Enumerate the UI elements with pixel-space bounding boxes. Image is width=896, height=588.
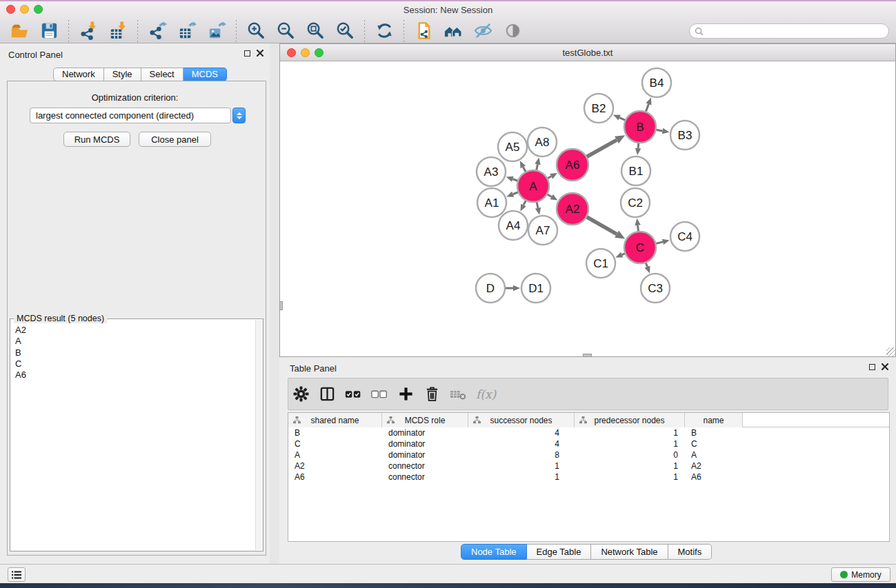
result-item[interactable]: A6	[15, 369, 255, 381]
memory-button[interactable]: Memory	[831, 567, 890, 582]
select-all-checkboxes-icon[interactable]	[345, 386, 361, 403]
search-field[interactable]	[689, 23, 889, 39]
graph-node-A4[interactable]: A4	[499, 211, 528, 240]
zoom-out-icon[interactable]	[275, 20, 297, 42]
result-scrollbar[interactable]	[255, 320, 263, 550]
svg-text:C1: C1	[593, 257, 608, 270]
window-title: Session: New Session	[0, 5, 896, 15]
clone-network-icon[interactable]	[412, 20, 435, 42]
zoom-selected-icon[interactable]	[334, 20, 356, 42]
result-item[interactable]: B	[15, 347, 255, 358]
import-table-icon[interactable]	[107, 20, 129, 42]
graph-node-A5[interactable]: A5	[498, 132, 527, 161]
close-panel-button[interactable]: Close panel	[139, 132, 211, 147]
network-canvas[interactable]: AA1A2A3A4A5A6A7A8BB1B2B3B4CC1C2C3C4DD1	[280, 61, 895, 356]
float-table-panel-icon[interactable]	[869, 364, 875, 370]
first-neighbors-icon[interactable]	[442, 20, 464, 42]
graph-node-A3[interactable]: A3	[477, 157, 506, 186]
graph-node-D1[interactable]: D1	[521, 274, 550, 303]
task-history-button[interactable]	[8, 567, 26, 582]
result-item[interactable]: A	[15, 336, 255, 347]
close-panel-icon[interactable]	[257, 50, 263, 57]
mcds-result-list[interactable]: A2ABCA6	[10, 321, 255, 551]
close-table-panel-icon[interactable]	[882, 363, 888, 370]
import-network-icon[interactable]	[77, 20, 99, 42]
run-mcds-button[interactable]: Run MCDS	[63, 132, 130, 147]
save-session-icon[interactable]	[38, 20, 60, 42]
table-toolbar: f(x)	[288, 378, 888, 410]
application-window: Session: New Session	[0, 0, 896, 588]
graph-node-C2[interactable]: C2	[621, 188, 650, 217]
criterion-dropdown[interactable]: largest connected component (directed)	[30, 108, 246, 123]
column-header-MCDS-role[interactable]: MCDS role	[382, 413, 468, 427]
tab-edge-table[interactable]: Edge Table	[527, 544, 592, 560]
graph-node-A2[interactable]: A2	[557, 193, 588, 225]
svg-text:A7: A7	[536, 224, 550, 237]
hide-graphics-details-icon[interactable]	[472, 20, 494, 42]
result-item[interactable]: C	[15, 358, 255, 369]
function-builder-icon[interactable]: f(x)	[476, 387, 496, 401]
graph-node-C4[interactable]: C4	[670, 222, 699, 251]
show-column-icon[interactable]	[319, 386, 335, 403]
node-table[interactable]: shared nameMCDS rolesuccessor nodesprede…	[288, 412, 890, 542]
graph-node-B1[interactable]: B1	[621, 156, 650, 185]
tab-mcds[interactable]: MCDS	[183, 68, 227, 81]
network-window-title: testGlobe.txt	[280, 48, 895, 58]
table-row[interactable]: Adominator80A	[288, 449, 889, 460]
graph-node-A7[interactable]: A7	[528, 216, 557, 245]
resize-grip-icon[interactable]	[886, 347, 895, 356]
network-graph: AA1A2A3A4A5A6A7A8BB1B2B3B4CC1C2C3C4DD1	[280, 61, 895, 356]
table-row[interactable]: Cdominator41C	[288, 438, 889, 449]
network-window-titlebar[interactable]: testGlobe.txt	[280, 44, 895, 61]
table-options-gear-icon[interactable]	[292, 386, 309, 403]
tab-network-table[interactable]: Network Table	[591, 544, 668, 560]
tab-node-table[interactable]: Node Table	[461, 544, 527, 560]
svg-text:C2: C2	[628, 196, 643, 210]
tab-network[interactable]: Network	[53, 68, 104, 81]
table-cell: dominator	[382, 450, 468, 460]
graph-node-C[interactable]: C	[624, 232, 656, 263]
column-header-name[interactable]: name	[685, 413, 743, 427]
export-table-icon[interactable]	[176, 20, 198, 42]
result-item[interactable]: A2	[15, 325, 255, 336]
graph-node-A[interactable]: A	[517, 170, 549, 202]
graph-node-A6[interactable]: A6	[557, 149, 588, 181]
delete-column-trash-icon[interactable]	[424, 386, 440, 403]
zoom-fit-icon[interactable]	[304, 20, 326, 42]
search-input[interactable]	[704, 25, 888, 37]
deselect-all-checkboxes-icon[interactable]	[371, 386, 388, 403]
column-header-shared-name[interactable]: shared name	[288, 413, 382, 427]
graph-node-B4[interactable]: B4	[642, 68, 671, 97]
tab-style[interactable]: Style	[104, 68, 141, 81]
optimization-criterion-label: Optimization criterion:	[0, 92, 270, 103]
svg-text:D1: D1	[528, 282, 544, 295]
graph-node-C1[interactable]: C1	[586, 249, 615, 278]
tab-motifs[interactable]: Motifs	[668, 544, 713, 560]
export-network-icon[interactable]	[146, 20, 168, 42]
table-row[interactable]: A2connector11A2	[288, 460, 889, 472]
graph-node-B2[interactable]: B2	[584, 94, 613, 123]
zoom-in-icon[interactable]	[245, 20, 267, 42]
export-image-icon[interactable]	[206, 20, 228, 42]
tab-select[interactable]: Select	[141, 68, 183, 81]
open-file-icon[interactable]	[8, 20, 30, 42]
graph-node-C3[interactable]: C3	[641, 274, 670, 303]
divider-handle-left[interactable]	[279, 301, 283, 310]
delete-table-icon[interactable]	[450, 386, 466, 403]
main-toolbar	[7, 18, 532, 43]
show-graphics-details-icon[interactable]	[501, 20, 524, 42]
column-header-predecessor-nodes[interactable]: predecessor nodes	[575, 413, 685, 427]
graph-node-D[interactable]: D	[476, 274, 505, 303]
add-column-icon[interactable]	[397, 386, 414, 403]
table-cell: 0	[575, 450, 685, 460]
table-row[interactable]: Bdominator41B	[288, 427, 889, 438]
float-panel-icon[interactable]	[244, 50, 250, 57]
apply-layout-icon[interactable]	[373, 20, 395, 42]
column-header-successor-nodes[interactable]: successor nodes	[468, 413, 575, 427]
table-row[interactable]: A6connector11A6	[288, 472, 889, 483]
graph-node-A1[interactable]: A1	[477, 188, 506, 217]
graph-node-B[interactable]: B	[624, 111, 656, 143]
graph-node-A8[interactable]: A8	[528, 128, 557, 156]
control-panel-titlebar: Control Panel	[0, 43, 270, 64]
graph-node-B3[interactable]: B3	[670, 121, 699, 150]
